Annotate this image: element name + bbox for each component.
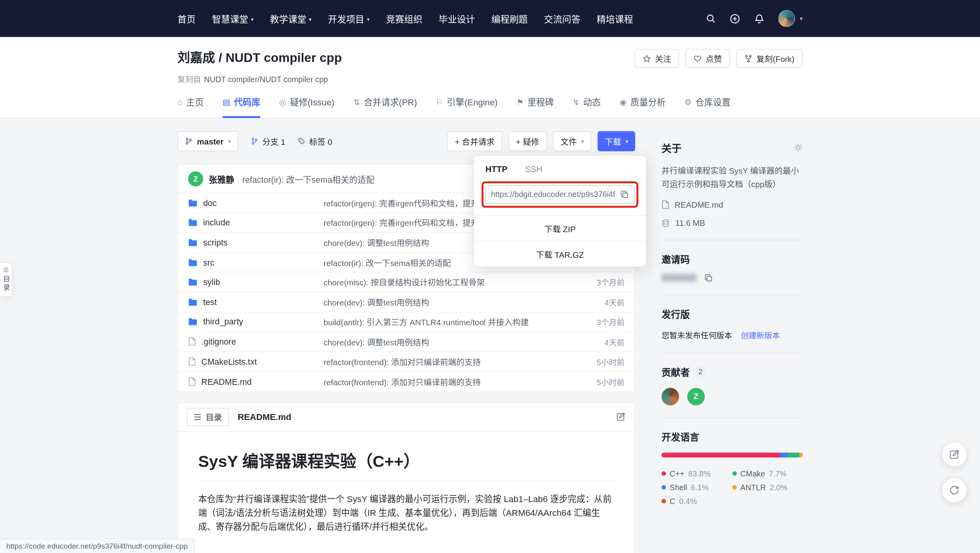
file-commit-date: 5小时前 [572,356,625,367]
repo-tab[interactable]: ▤ 代码库 [222,96,260,118]
repo-tab[interactable]: ◉ 质量分析 [620,96,666,118]
tags-link[interactable]: 标签 0 [298,135,332,147]
gear-icon[interactable] [794,143,803,152]
branches-link[interactable]: 分支 1 [251,135,285,147]
refresh-button[interactable] [942,478,967,503]
tab-icon: ⌂ [177,97,182,106]
edit-icon[interactable] [616,412,625,422]
tab-ssh[interactable]: SSH [525,165,542,174]
divider [661,352,803,353]
nav-item[interactable]: 精培课程 ▾ [597,12,633,25]
language-name: C++ [670,469,685,478]
fork-icon [745,54,753,63]
nav-item[interactable]: 编程刷题 ▾ [491,12,528,25]
chevron-down-icon: ▾ [625,138,628,144]
new-merge-request-button[interactable]: + 合并请求 [447,131,502,151]
fork-button[interactable]: 复刻(Fork) [736,49,803,68]
language-percent: 83.8% [688,469,710,478]
invite-title: 邀请码 [661,252,803,265]
download-targz-item[interactable]: 下载 TAR.GZ [474,241,646,267]
create-release-link[interactable]: 创建新版本 [741,329,780,341]
contributor-avatar[interactable]: Z [687,388,705,405]
file-row[interactable]: sylib chore(misc): 按目录结构设计初始化工程骨架 3个月前 [178,273,635,292]
plus-circle-icon[interactable] [730,13,741,24]
feedback-button[interactable] [942,442,967,467]
tab-label: 里程碑 [528,96,554,108]
copy-icon[interactable] [620,190,629,199]
file-icon [661,201,669,209]
repo-tab[interactable]: ⚐ 引擎(Engine) [436,96,498,118]
nav-item[interactable]: 首页 ▾ [177,12,196,25]
user-avatar[interactable] [778,10,795,27]
tab-label: 合并请求(PR) [364,96,417,108]
download-zip-item[interactable]: 下载 ZIP [474,215,646,241]
nav-item[interactable]: 智慧课堂 ▾ [212,12,254,25]
fork-source-link[interactable]: NUDT compiler/NUDT compiler cpp [204,75,328,84]
file-commit-message[interactable]: chore(misc): 按目录结构设计初始化工程骨架 [323,276,572,288]
commit-message[interactable]: refactor(ir): 改一下sema相关的适配 [243,172,375,185]
repo-tab[interactable]: ↯ 动态 [573,96,601,118]
nav-item[interactable]: 竞赛组织 ▾ [386,12,422,25]
search-icon[interactable] [706,13,716,24]
nav-item[interactable]: 开发项目 ▾ [328,12,370,25]
toc-side-tab[interactable]: 目录 [0,262,13,297]
tab-label: 引擎(Engine) [447,96,498,108]
repo-tab[interactable]: ◎ 疑修(Issue) [279,96,334,118]
tab-http[interactable]: HTTP [485,165,508,174]
file-menu-button[interactable]: 文件 ▾ [553,131,592,151]
language-segment [780,452,788,457]
heart-icon [694,54,702,63]
file-commit-message[interactable]: refactor(frontend): 添加对只编译前端的支持 [323,356,572,367]
language-percent: 0.4% [679,497,697,506]
nav-item[interactable]: 毕业设计 ▾ [439,12,475,25]
releases-title: 发行版 [661,307,803,320]
readme-card: 目录 README.md SysY 编译器课程实验（C++） 本仓库为“并行编译… [177,402,635,553]
commit-author[interactable]: 张雅静 [209,172,234,185]
folder-icon [188,278,198,287]
page: 首页 ▾ 智慧课堂 ▾ 教学课堂 ▾ 开发项目 [0,0,980,553]
readme-body: SysY 编译器课程实验（C++） 本仓库为“并行编译课程实验”提供一个 Sys… [178,432,635,553]
file-row[interactable]: third_party build(antlr): 引入第三方 ANTLR4 r… [178,312,635,332]
file-row[interactable]: CMakeLists.txt refactor(frontend): 添加对只编… [178,352,635,372]
readme-link[interactable]: README.md [675,200,723,210]
bell-icon[interactable] [754,13,765,24]
chevron-down-icon: ▾ [228,138,231,144]
tab-icon: ⚙ [684,97,692,106]
file-commit-date: 5小时前 [572,376,625,388]
page-title: 刘嘉成 / NUDT compiler cpp [177,48,342,66]
download-button[interactable]: 下载 ▾ [598,131,635,151]
file-row[interactable]: test chore(dev): 调整test用例结构 4天前 [178,292,635,312]
tab-label: 疑修(Issue) [290,96,334,108]
file-commit-message[interactable]: chore(dev): 调整test用例结构 [323,336,572,348]
repo-tab[interactable]: ⚙ 仓库设置 [684,96,730,118]
branch-selector[interactable]: master ▾ [177,131,239,151]
file-commit-message[interactable]: build(antlr): 引入第三方 ANTLR4 runtime/tool … [323,316,572,328]
floating-buttons [942,442,967,502]
nav-item[interactable]: 交流问答 ▾ [544,12,580,25]
file-row[interactable]: README.md refactor(frontend): 添加对只编译前端的支… [178,372,635,392]
file-name: include [203,218,230,227]
nav-item-label: 首页 [177,12,196,25]
file-commit-message[interactable]: chore(dev): 调整test用例结构 [323,296,572,308]
readme-header: 目录 README.md [178,403,635,432]
like-button[interactable]: 点赞 [685,49,730,68]
new-issue-button[interactable]: + 疑修 [508,131,547,151]
repo-toolbar: master ▾ 分支 1 标签 0 [177,131,635,151]
contributor-avatar[interactable] [661,388,679,405]
chevron-down-icon[interactable]: ▾ [800,15,803,22]
feedback-icon [949,449,960,460]
clone-url-input[interactable]: https://bdgit.educoder.net/p9s376i4f [485,185,635,204]
file-row[interactable]: .gitignore chore(dev): 调整test用例结构 4天前 [178,332,635,352]
watch-button[interactable]: 关注 [635,49,679,68]
releases-empty-text: 您暂未发布任何版本 [661,329,732,341]
toc-button[interactable]: 目录 [187,408,229,426]
repo-tab[interactable]: ⚑ 里程碑 [516,96,554,118]
folder-icon [188,298,198,306]
file-commit-message[interactable]: refactor(frontend): 添加对只编译前端的支持 [323,376,572,388]
nav-item[interactable]: 教学课堂 ▾ [270,12,312,25]
readme-filename: README.md [238,412,291,422]
file-commit-date: 3个月前 [572,276,625,288]
copy-icon[interactable] [704,274,713,282]
repo-tab[interactable]: ⇅ 合并请求(PR) [353,96,417,118]
repo-tab[interactable]: ⌂ 主页 [177,96,204,118]
